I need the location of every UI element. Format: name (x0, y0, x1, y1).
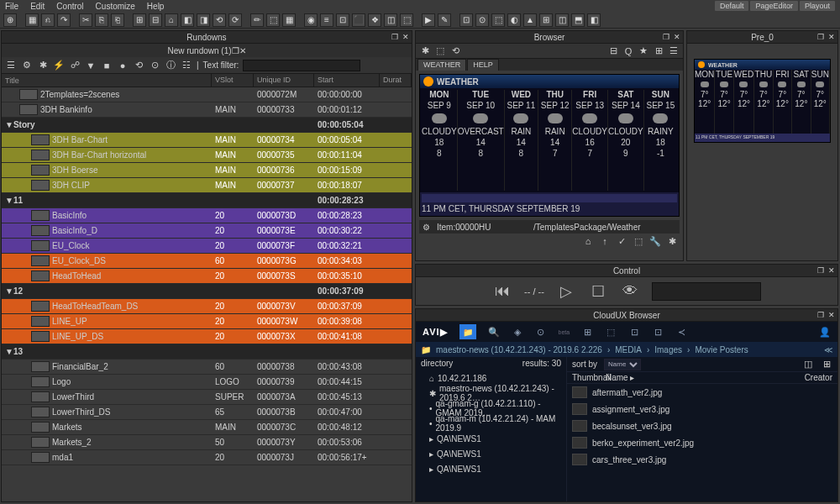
tab-weather[interactable]: WEATHER (417, 59, 466, 71)
tab-restore-icon[interactable]: ❐ (232, 46, 239, 55)
col-title[interactable]: Title (2, 74, 212, 87)
close-icon[interactable]: ✕ (672, 33, 681, 42)
grid-icon[interactable]: ⊞ (581, 326, 593, 338)
table-row[interactable]: 3DH Bar-ChartMAIN0000073400:00:05:04 (2, 133, 412, 148)
view1-icon[interactable]: ◫ (802, 359, 814, 370)
toolbar-btn-1[interactable]: ▦ (25, 13, 39, 27)
toolbar-btn-34[interactable]: ◧ (587, 13, 601, 27)
browser-action-3[interactable]: ⬚ (633, 235, 644, 247)
toolbar-btn-13[interactable]: ⟳ (228, 13, 242, 27)
mode-default[interactable]: Default (715, 1, 749, 11)
filter-icon-1[interactable]: ⓘ (165, 60, 176, 71)
table-row[interactable]: 3DH Bar-Chart horizontalMAIN0000073500:0… (2, 148, 412, 163)
table-row[interactable]: MarketsMAIN0000073C00:00:48:12 (2, 420, 412, 435)
table-row[interactable]: ▼ 13 (2, 344, 412, 360)
table-row[interactable]: EU_Clock_DS600000073G00:00:34:03 (2, 254, 412, 269)
table-row[interactable]: LowerThird_DS650000073B00:00:47:00 (2, 405, 412, 420)
file-row[interactable]: cars_three_ver3.jpg (567, 451, 837, 468)
toolbar-btn-7[interactable]: ⊞ (133, 13, 146, 27)
expand-icon[interactable]: ▼ (5, 286, 13, 296)
expand-icon[interactable]: ▼ (5, 347, 13, 356)
filter-icon-10[interactable]: ⚙ (21, 60, 33, 71)
toolbar-btn-8[interactable]: ⊟ (149, 13, 162, 27)
file-row[interactable]: berko_experiment_ver2.jpg (567, 434, 837, 451)
toolbar-btn-3[interactable]: ↷ (57, 13, 71, 27)
play-button[interactable]: ▷ (556, 281, 576, 302)
circle-icon[interactable]: ⊙ (535, 326, 547, 338)
col-start[interactable]: Start (314, 74, 380, 87)
table-row[interactable]: mda1200000073J00:00:56:17+ (2, 450, 412, 465)
toolbar-btn-18[interactable]: ≡ (320, 13, 333, 27)
browser-action-0[interactable]: ⌂ (582, 235, 594, 247)
toolbar-btn-31[interactable]: ⊞ (539, 13, 553, 27)
fire-icon[interactable]: ✱ (419, 45, 431, 57)
filter-icon-4[interactable]: ● (117, 60, 129, 71)
table-row[interactable]: ▼ 1200:00:37:09 (2, 284, 412, 299)
menu-customize[interactable]: Customize (96, 2, 135, 11)
toolbar-btn-28[interactable]: ⬚ (491, 13, 505, 27)
tab-help[interactable]: HELP (467, 59, 499, 71)
breadcrumb[interactable]: 📁 maestro-news (10.42.21.243) - 2019.6 2… (416, 342, 837, 357)
toolbar-btn-6[interactable]: ⎗ (111, 13, 124, 27)
collapse-icon[interactable]: ≪ (824, 345, 832, 354)
table-row[interactable]: FinancialBar_2600000073800:00:43:08 (2, 360, 412, 375)
close-icon[interactable]: ✕ (401, 33, 410, 42)
restore-icon[interactable]: ❐ (661, 33, 670, 42)
minus-icon[interactable]: ⊟ (607, 45, 619, 57)
col-dur[interactable]: Durat (380, 74, 412, 87)
toolbar-btn-2[interactable]: ⎌ (41, 13, 55, 27)
search-icon[interactable]: 🔍 (488, 326, 500, 338)
col-uid[interactable]: Unique ID (254, 74, 314, 87)
user-icon[interactable]: 👤 (819, 326, 831, 338)
rundown-tab[interactable]: New rundown (1) (167, 46, 231, 55)
toolbar-btn-15[interactable]: ⬚ (266, 13, 280, 27)
expand-icon[interactable]: ▼ (5, 120, 13, 129)
star-icon[interactable]: ★ (638, 45, 649, 57)
toolbar-btn-29[interactable]: ◐ (507, 13, 521, 27)
folder-icon[interactable]: 📁 (459, 324, 476, 339)
box-icon[interactable]: ⬚ (434, 45, 446, 57)
mode-playout[interactable]: Playout (800, 1, 835, 11)
toolbar-btn-9[interactable]: ⌂ (165, 13, 178, 27)
toolbar-btn-0[interactable]: ⊕ (3, 13, 17, 27)
col-creator[interactable]: Creator (805, 373, 832, 382)
file-row[interactable]: becalsunset_ver3.jpg (567, 417, 837, 434)
filter-icon-11[interactable]: ☰ (5, 60, 17, 71)
toolbar-btn-22[interactable]: ◫ (384, 13, 397, 27)
table-row[interactable]: HeadToHeadTeam_DS200000073V00:00:37:09 (2, 299, 412, 314)
grid-icon[interactable]: ⊞ (653, 45, 664, 57)
menu-file[interactable]: File (5, 2, 18, 11)
toolbar-btn-33[interactable]: ⬒ (571, 13, 585, 27)
browser-action-5[interactable]: ✱ (666, 235, 678, 247)
toolbar-btn-20[interactable]: ⬛ (352, 13, 365, 27)
toolbar-btn-32[interactable]: ◫ (555, 13, 569, 27)
toolbar-btn-17[interactable]: ◉ (304, 13, 318, 27)
toolbar-btn-12[interactable]: ⟲ (213, 13, 226, 27)
toolbar-btn-23[interactable]: ⬚ (400, 13, 413, 27)
table-row[interactable]: LINE_UP200000073W00:00:39:08 (2, 314, 412, 329)
table-row[interactable]: LINE_UP_DS200000073X00:00:41:08 (2, 329, 412, 344)
toolbar-btn-30[interactable]: ▲ (523, 13, 537, 27)
filter-icon-0[interactable]: ☷ (181, 60, 192, 71)
file-row[interactable]: aftermath_ver2.jpg (567, 384, 837, 401)
rundown-rows[interactable]: 2Templates=2scenes0000072M00:00:00:003DH… (2, 87, 412, 501)
sort-select[interactable]: Name (604, 359, 641, 370)
toolbar-btn-27[interactable]: ⊙ (475, 13, 489, 27)
toolbar-btn-11[interactable]: ◨ (197, 13, 210, 27)
close-icon[interactable]: ✕ (827, 33, 836, 42)
view2-icon[interactable]: ⊞ (821, 359, 832, 370)
expand-icon[interactable]: ▼ (5, 196, 13, 205)
toolbar-btn-21[interactable]: ❖ (368, 13, 381, 27)
menu-edit[interactable]: Edit (30, 2, 45, 11)
table-row[interactable]: LogoLOGO0000073900:00:44:15 (2, 375, 412, 390)
dir-item[interactable]: ▸QA\NEWS1 (416, 461, 566, 476)
table-row[interactable]: BasicInfo200000073D00:00:28:23 (2, 208, 412, 223)
table-row[interactable]: HeadToHead200000073S00:00:35:10 (2, 269, 412, 284)
table-row[interactable]: 3DH CLIPMAIN0000073700:00:18:07 (2, 178, 412, 193)
browser-action-1[interactable]: ↑ (599, 235, 611, 247)
gear-icon[interactable]: ⚙ (423, 223, 430, 232)
table-row[interactable]: 3DH BankinfoMAIN0000073300:00:01:12 (2, 102, 412, 118)
file-row[interactable]: assignment_ver3.jpg (567, 401, 837, 417)
filter-icon-9[interactable]: ✱ (37, 60, 49, 71)
filter-icon-3[interactable]: ⟲ (133, 60, 144, 71)
